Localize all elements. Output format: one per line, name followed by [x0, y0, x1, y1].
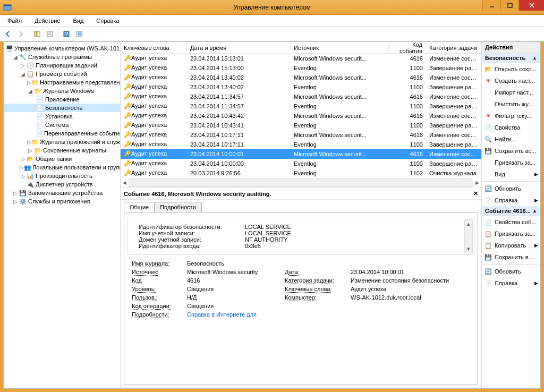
action-event-attach[interactable]: 📋Привязать за... — [482, 228, 540, 240]
action-create-view[interactable]: 🔻Создать наст... — [482, 75, 540, 87]
attach-icon: 📋 — [484, 229, 492, 238]
tree-log-application[interactable]: 📄Приложение — [4, 95, 120, 104]
event-row[interactable]: 🔑Аудит успеха23.04.2014 10:17:11Eventlog… — [121, 140, 481, 149]
collapse-icon[interactable]: ▲ — [532, 208, 537, 214]
action-view[interactable]: Вид▶ — [482, 168, 540, 180]
actions-section-event[interactable]: Событие 4616...▲ — [482, 206, 540, 216]
help-icon: ❔ — [484, 279, 492, 287]
key-icon: 🔑 — [124, 74, 130, 81]
tree-windows-logs[interactable]: ◢📁Журналы Windows — [4, 87, 120, 95]
tree-saved-logs[interactable]: ▷📁Сохраненные журналы — [4, 146, 120, 155]
extra-button[interactable] — [73, 28, 85, 40]
key-icon: 🔑 — [124, 64, 130, 71]
actions-section-security[interactable]: Безопасность▲ — [482, 53, 540, 63]
collapse-icon[interactable]: ▲ — [532, 55, 537, 61]
log-name-value: Безопасность — [187, 260, 283, 267]
action-save-all[interactable]: 💾Сохранить вс... — [482, 145, 540, 157]
separator — [482, 264, 540, 265]
col-datetime[interactable]: Дата и время — [187, 43, 291, 53]
tab-details[interactable]: Подробности — [154, 202, 202, 212]
tree-system-tools[interactable]: ◢🔧Служебные программы — [4, 53, 120, 61]
event-row[interactable]: 🔑Аудит успеха23.04.2014 11:34:57Microsof… — [121, 92, 481, 101]
app-icon — [3, 3, 12, 12]
menu-action[interactable]: Действие — [28, 16, 66, 25]
arrow-icon: ▶ — [534, 198, 538, 203]
action-import-view[interactable]: Импорт наст... — [482, 87, 540, 98]
help-button[interactable]: ? — [61, 28, 72, 40]
toolbar-separator — [58, 29, 58, 39]
event-row[interactable]: 🔑Аудит успеха23.04.2014 15:13:01Microsof… — [121, 54, 481, 63]
action-event-properties[interactable]: 📄Свойства соб... — [482, 216, 540, 228]
tree-task-scheduler[interactable]: ▷🕒Планировщик заданий — [4, 61, 120, 70]
svg-text:?: ? — [65, 31, 68, 37]
action-find[interactable]: 🔍Найти... — [482, 133, 540, 145]
action-copy[interactable]: 📋Копировать▶ — [482, 240, 540, 251]
tree-performance[interactable]: ▷📊Производительность — [4, 172, 120, 180]
moreinfo-label: Подробности: — [132, 311, 185, 318]
save-icon: 💾 — [484, 253, 492, 261]
minimize-button[interactable] — [482, 0, 500, 11]
key-icon: 🔑 — [124, 160, 130, 167]
tree-device-manager[interactable]: 🔌Диспетчер устройств — [4, 180, 120, 189]
arrow-icon: ▶ — [534, 243, 538, 248]
action-help[interactable]: ❔Справка▶ — [482, 194, 540, 206]
tree-app-service-logs[interactable]: ▷📁Журналы приложений и служб — [4, 138, 120, 146]
tree-log-setup[interactable]: 📄Установка — [4, 112, 120, 121]
tree-event-viewer[interactable]: ◢📋Просмотр событий — [4, 70, 120, 78]
tree-log-security[interactable]: 📄Безопасность — [4, 104, 120, 112]
event-row[interactable]: 🔑Аудит успеха23.04.2014 10:17:11Microsof… — [121, 130, 481, 140]
col-category[interactable]: Категория задачи — [426, 43, 481, 53]
svg-rect-7 — [37, 31, 40, 37]
close-button[interactable] — [518, 0, 544, 11]
scroll-right-icon[interactable]: ▶ — [475, 180, 481, 185]
event-row[interactable]: 🔑Аудит успеха23.04.2014 11:34:57Eventlog… — [121, 101, 481, 111]
h-scrollbar[interactable] — [129, 178, 473, 187]
properties-button[interactable] — [44, 28, 56, 40]
event-row[interactable]: 🔑Аудит успеха23.04.2014 13:40:02Eventlog… — [121, 82, 481, 92]
tree-shared-folders[interactable]: ▷📂Общие папки — [4, 155, 120, 163]
action-help-2[interactable]: ❔Справка▶ — [482, 277, 540, 289]
action-attach-task[interactable]: Привязать за... — [482, 157, 540, 168]
event-row[interactable]: 🔑Аудит успеха20.03.2014 9:26:56Eventlog1… — [121, 168, 481, 178]
menu-file[interactable]: Файл — [1, 16, 28, 25]
refresh-icon: 🔄 — [484, 267, 492, 276]
tree-root[interactable]: 🖥️Управление компьютером (WS-AK-1012) — [4, 44, 120, 53]
tree-services-apps[interactable]: ▷⚙️Службы и приложения — [4, 197, 120, 206]
col-source[interactable]: Источник — [291, 43, 389, 53]
message-scrollbar[interactable]: ▴▾ — [464, 219, 473, 253]
event-row[interactable]: 🔑Аудит успеха23.04.2014 10:00:00Eventlog… — [121, 159, 481, 168]
action-filter[interactable]: 🔻Фильтр теку... — [482, 110, 540, 122]
tab-general[interactable]: Общие — [124, 202, 155, 212]
menu-view[interactable]: Вид — [66, 16, 90, 25]
tree-custom-views[interactable]: ▷📁Настраиваемые представления — [4, 78, 120, 87]
action-save-selected[interactable]: 💾Сохранить в... — [482, 251, 540, 263]
tree-log-forwarded[interactable]: 📄Перенаправленные события — [4, 129, 120, 138]
attach-icon — [484, 158, 492, 167]
action-refresh-2[interactable]: 🔄Обновить — [482, 266, 540, 277]
event-row[interactable]: 🔑Аудит успеха23.04.2014 10:43:42Microsof… — [121, 111, 481, 121]
toolbar-separator — [29, 29, 29, 39]
col-keywords[interactable]: Ключевые слова — [121, 43, 187, 53]
action-refresh[interactable]: 🔄Обновить — [482, 183, 540, 194]
event-row[interactable]: 🔑Аудит успеха23.04.2014 13:40:02Microsof… — [121, 73, 481, 82]
scroll-left-icon[interactable]: ◀ — [121, 180, 126, 185]
svg-rect-14 — [78, 32, 81, 36]
forward-button[interactable] — [15, 28, 27, 40]
action-open-saved[interactable]: 📂Открыть сохр... — [482, 63, 540, 75]
back-button[interactable] — [2, 28, 14, 40]
view-icon — [484, 170, 492, 178]
tree-storage[interactable]: ▷💾Запоминающие устройства — [4, 189, 120, 197]
menu-help[interactable]: Справка — [90, 16, 125, 25]
show-hide-tree-button[interactable] — [31, 28, 43, 40]
event-row[interactable]: 🔑Аудит успеха23.04.2014 15:13:00Eventlog… — [121, 63, 481, 73]
tree-log-system[interactable]: 📄Система — [4, 121, 120, 129]
log-name-label: Имя журнала: — [132, 260, 185, 267]
tree-users-groups[interactable]: ▷👥Локальные пользователи и группы — [4, 163, 120, 172]
maximize-button[interactable] — [500, 0, 518, 11]
action-properties[interactable]: 📄Свойства — [482, 122, 540, 133]
details-header: Событие 4616, Microsoft Windows security… — [121, 188, 481, 200]
action-clear-log[interactable]: Очистить жу... — [482, 98, 540, 110]
event-row[interactable]: 🔑Аудит успеха23.04.2014 10:00:01Microsof… — [121, 149, 481, 159]
event-row[interactable]: 🔑Аудит успеха23.04.2014 10:43:41Eventlog… — [121, 121, 481, 130]
details-close-icon[interactable]: ✕ — [473, 190, 478, 197]
